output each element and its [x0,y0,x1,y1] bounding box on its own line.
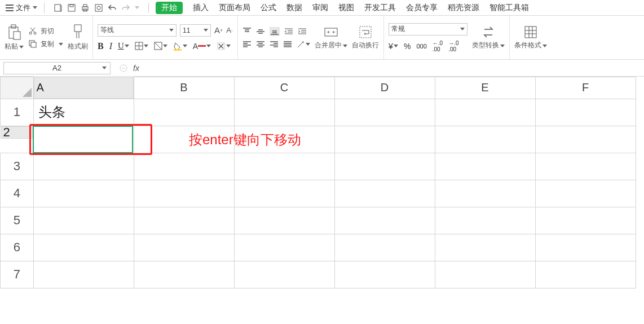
clear-format-button[interactable] [217,42,231,51]
chevron-down-icon[interactable] [135,6,139,9]
cell-E5[interactable] [435,207,535,234]
col-header-E[interactable]: E [435,77,535,99]
cell-B7[interactable] [134,261,234,288]
align-right-icon[interactable] [270,41,279,48]
row-header-1[interactable]: 1 [1,99,34,126]
name-box[interactable]: A2 [3,62,111,74]
cell-C3[interactable] [234,153,334,180]
align-left-icon[interactable] [242,41,252,48]
cell-F4[interactable] [535,180,636,207]
currency-icon[interactable]: ¥ [389,41,398,51]
format-painter-button[interactable]: 格式刷 [68,24,88,51]
cell-A2[interactable] [33,126,134,153]
percent-icon[interactable]: % [404,42,411,51]
row-header-4[interactable]: 4 [1,180,34,207]
col-header-B[interactable]: B [134,77,234,99]
cond-format-button[interactable]: 条件格式 [514,25,547,50]
cell-A7[interactable] [33,261,134,288]
cell-F1[interactable] [535,99,636,126]
tab-page-layout[interactable]: 页面布局 [219,3,250,13]
row-header-7[interactable]: 7 [1,261,34,288]
tab-member[interactable]: 会员专享 [406,3,438,13]
cell-B4[interactable] [134,180,234,207]
fill-color-button[interactable] [173,42,187,51]
file-menu[interactable]: 文件 [2,3,41,13]
cell-E7[interactable] [435,261,535,288]
align-top-icon[interactable] [242,28,252,35]
decrease-decimal-icon[interactable]: →.0.00 [448,40,458,52]
cut-button[interactable]: 剪切 [28,26,63,36]
align-center-icon[interactable] [256,41,265,48]
cell-D1[interactable] [334,99,435,126]
select-all-corner[interactable] [1,77,34,99]
tab-formula[interactable]: 公式 [261,3,276,13]
print-icon[interactable] [81,3,90,12]
col-header-C[interactable]: C [234,77,334,99]
bold-button[interactable]: B [98,41,104,51]
comma-icon[interactable]: 000 [416,43,426,50]
row-header-3[interactable]: 3 [1,153,34,180]
tab-docer[interactable]: 稻壳资源 [448,3,479,13]
tab-view[interactable]: 视图 [338,3,354,13]
tab-dev[interactable]: 开发工具 [364,3,396,13]
cell-B1[interactable] [134,99,234,126]
shrink-font-icon[interactable]: A- [226,26,232,34]
cell-B5[interactable] [134,207,234,234]
cell-A4[interactable] [33,180,134,207]
align-middle-icon[interactable] [256,28,265,35]
cell-C2[interactable] [234,126,334,153]
cell-D4[interactable] [334,180,435,207]
cell-A5[interactable] [33,207,134,234]
cell-C6[interactable] [234,234,334,261]
cell-C5[interactable] [234,207,334,234]
cell-E3[interactable] [435,153,535,180]
cell-A3[interactable] [33,153,134,180]
preview-icon[interactable] [94,3,103,12]
cell-B6[interactable] [134,234,234,261]
cell-F7[interactable] [535,261,636,288]
cell-B3[interactable] [134,153,234,180]
cancel-fx-icon[interactable] [120,64,127,72]
formula-input[interactable] [145,62,644,74]
cell-C1[interactable] [234,99,334,126]
redo-icon[interactable] [121,4,130,12]
row-header-6[interactable]: 6 [1,234,34,261]
cell-F6[interactable] [535,234,636,261]
cell-F3[interactable] [535,153,636,180]
tab-review[interactable]: 审阅 [312,3,328,13]
cell-D7[interactable] [334,261,435,288]
border-button[interactable] [135,42,148,50]
fx-icon[interactable]: fx [133,64,139,73]
col-header-A[interactable]: A [34,77,134,99]
cell-E6[interactable] [435,234,535,261]
tab-start[interactable]: 开始 [156,2,183,14]
save-icon[interactable] [67,3,76,12]
col-header-D[interactable]: D [334,77,435,99]
paste-button[interactable]: 粘贴 [5,24,24,51]
align-bottom-icon[interactable] [270,27,280,36]
font-color-button[interactable]: A [193,42,211,51]
type-convert-button[interactable]: 类型转换 [472,25,505,50]
cell-A6[interactable] [33,234,134,261]
row-header-2[interactable]: 2 [1,126,33,139]
cell-E4[interactable] [435,180,535,207]
fill-effect-button[interactable] [154,42,167,50]
cell-D2[interactable] [334,126,435,153]
cell-F2[interactable] [535,126,636,153]
italic-button[interactable]: I [109,41,112,51]
col-header-F[interactable]: F [535,77,636,99]
font-size-select[interactable]: 11 [180,24,211,37]
row-header-5[interactable]: 5 [1,207,34,234]
increase-indent-icon[interactable] [298,28,307,35]
copy-button[interactable]: 复制 [28,39,63,49]
new-icon[interactable] [54,3,63,12]
tab-smart[interactable]: 智能工具箱 [489,3,529,13]
tab-insert[interactable]: 插入 [193,3,209,13]
cell-D6[interactable] [334,234,435,261]
cell-C4[interactable] [234,180,334,207]
undo-icon[interactable] [108,4,117,12]
cell-E2[interactable] [435,126,535,153]
merge-button[interactable]: 合并居中 [315,25,347,50]
justify-icon[interactable] [283,41,292,48]
cell-E1[interactable] [435,99,535,126]
